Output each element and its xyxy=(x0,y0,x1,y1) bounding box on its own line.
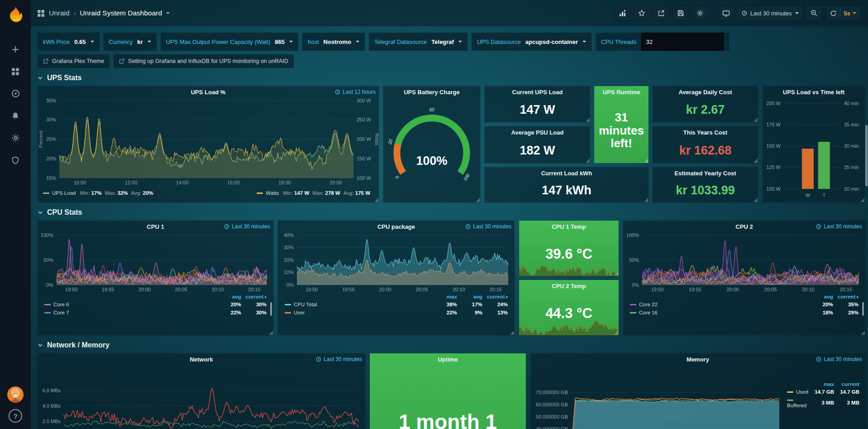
variable-currency[interactable]: Currencykr xyxy=(104,33,157,51)
panel-title[interactable]: Network xyxy=(190,356,213,363)
panel-title[interactable]: Uptime xyxy=(438,356,458,363)
legend-item[interactable]: WattsMin: 147 WMax: 278 WAvg: 175 W xyxy=(257,190,373,196)
network-chart: 6.0 MBs4.0 MBs2.0 MBs xyxy=(38,365,365,429)
panel-title[interactable]: Average PSU Load xyxy=(511,129,564,136)
breadcrumb-dashboard-title[interactable]: Unraid System Dashboard xyxy=(80,9,162,17)
legend-column-header[interactable]: current xyxy=(836,381,862,388)
variable-ups-datasource[interactable]: UPS Datasourceapcupsd-container xyxy=(472,33,591,51)
variable-value[interactable]: Nostromo xyxy=(324,39,351,45)
scrollbar-thumb[interactable] xyxy=(865,125,868,186)
legend-row[interactable]: CPU Total38%17%24% xyxy=(282,300,510,308)
panel-title[interactable]: CPU package xyxy=(377,223,415,230)
sidebar-item-server-admin[interactable] xyxy=(0,149,31,171)
panel-title[interactable]: CPU 1 Temp xyxy=(552,223,586,230)
variable-cpu-threads[interactable]: CPU Threads xyxy=(596,33,729,51)
legend-row[interactable]: Core 620%30% xyxy=(42,300,269,308)
star-icon xyxy=(638,10,645,17)
panel-title[interactable]: Current Load kWh xyxy=(541,170,592,177)
legend-column-header[interactable]: max xyxy=(434,293,459,300)
sidebar-item-alerting[interactable] xyxy=(0,105,31,127)
grafana-logo[interactable] xyxy=(5,5,26,25)
dashboard-link[interactable]: Grafana Plex Theme xyxy=(38,54,110,68)
legend-column-header[interactable]: avg xyxy=(218,293,243,300)
share-dashboard-button[interactable] xyxy=(653,6,670,21)
dashboard-settings-button[interactable] xyxy=(692,6,709,21)
network-memory-row: Network Last 30 minutes 6.0 MBs4.0 MBs2.… xyxy=(38,353,865,429)
panel-time-badge[interactable]: Last 30 minutes xyxy=(316,353,362,365)
panel-time-badge[interactable]: Last 30 minutes xyxy=(816,353,862,365)
dashboard-link[interactable]: Setting up Grafana and InfluxDB for UPS … xyxy=(114,54,294,68)
variable-value[interactable]: 0.65 xyxy=(74,39,86,45)
variable-host[interactable]: hostNostromo xyxy=(302,33,365,51)
panel-title[interactable]: This Years Cost xyxy=(683,129,727,136)
page-scrollbar[interactable] xyxy=(865,26,868,429)
panel-title[interactable]: CPU 1 xyxy=(147,223,164,230)
panel-title[interactable]: UPS Load vs Time left xyxy=(783,89,844,96)
time-range-picker[interactable]: Last 30 minutes xyxy=(737,6,803,21)
panel-title[interactable]: UPS Load % xyxy=(191,89,226,96)
sidebar-item-explore[interactable] xyxy=(0,82,31,105)
user-avatar[interactable] xyxy=(7,386,24,403)
breadcrumb-separator: › xyxy=(74,10,76,17)
panel-title[interactable]: UPS Battery Charge xyxy=(404,89,460,96)
legend-column-header[interactable]: max xyxy=(811,381,836,388)
panel-title[interactable]: Average Daily Cost xyxy=(678,89,732,96)
refresh-button-group[interactable]: 5s xyxy=(825,6,861,21)
svg-text:18:00: 18:00 xyxy=(278,180,291,185)
zoom-out-time-button[interactable] xyxy=(806,6,823,21)
stat-value: 147 kWh xyxy=(485,179,649,202)
refresh-interval[interactable]: 5s xyxy=(840,9,856,18)
legend-row[interactable]: Core 722%30% xyxy=(42,308,269,317)
cycle-view-mode-button[interactable] xyxy=(718,6,734,21)
panel-title[interactable]: UPS Runtime xyxy=(603,89,640,96)
legend-row[interactable]: Core 2220%35% xyxy=(628,300,861,308)
legend-column-header[interactable]: current▾ xyxy=(485,293,510,300)
panel-title[interactable]: Current UPS Load xyxy=(512,89,563,96)
panel-time-badge[interactable]: Last 12 hours xyxy=(335,86,376,98)
ups-load-legend[interactable]: UPS LoadMin: 17%Max: 32%Avg: 20%WattsMin… xyxy=(38,186,379,200)
legend-column-header[interactable]: current▾ xyxy=(835,293,861,300)
help-question-mark: ? xyxy=(13,412,17,420)
panel-title[interactable]: Estimated Yearly Cost xyxy=(674,170,736,177)
legend-column-header[interactable]: avg xyxy=(810,293,835,300)
sidebar-item-dashboards[interactable] xyxy=(0,60,31,82)
variable-text-input[interactable] xyxy=(641,33,724,51)
sidebar-item-create[interactable] xyxy=(0,38,31,60)
ups-stats-row: UPS Load % Last 12 hours 35%300 W30%250 … xyxy=(38,86,865,202)
panel-title[interactable]: CPU 2 Temp xyxy=(552,283,586,289)
section-header-cpu-stats[interactable]: CPU Stats xyxy=(38,202,865,221)
dashboard-title-caret-icon[interactable] xyxy=(166,12,170,14)
section-header-network-memory[interactable]: Network / Memory xyxy=(38,335,865,353)
section-header-ups-stats[interactable]: UPS Stats xyxy=(38,68,865,86)
panel-ups-load: UPS Load % Last 12 hours 35%300 W30%250 … xyxy=(38,86,379,202)
panel-title[interactable]: Memory xyxy=(687,356,709,363)
legend-column-header[interactable]: avg xyxy=(459,293,485,300)
save-dashboard-button[interactable] xyxy=(672,6,689,21)
legend-column-header[interactable]: current▾ xyxy=(243,293,269,300)
variable-value[interactable]: apcupsd-container xyxy=(525,39,578,45)
breadcrumb-org[interactable]: Unraid xyxy=(49,9,70,17)
legend-row[interactable]: Used14.7 GB14.7 GB xyxy=(785,388,862,396)
monitor-icon xyxy=(722,10,730,17)
panel-title[interactable]: CPU 2 xyxy=(735,223,753,230)
legend-scrollbar[interactable] xyxy=(270,302,272,316)
star-dashboard-button[interactable] xyxy=(634,6,650,21)
panel-time-badge[interactable]: Last 30 minutes xyxy=(224,221,270,232)
panel-time-badge[interactable]: Last 30 minutes xyxy=(816,221,862,232)
legend-item[interactable]: UPS LoadMin: 17%Max: 32%Avg: 20% xyxy=(43,190,157,196)
variable-telegraf-datasource[interactable]: Telegraf DatasourceTelegraf xyxy=(369,33,467,51)
variable-kwh-price[interactable]: kWh Price0.65 xyxy=(38,33,100,51)
variable-label: UPS Max Output Power Capacity (Watt) xyxy=(166,39,271,45)
variable-value[interactable]: 865 xyxy=(275,39,285,45)
panel-time-badge[interactable]: Last 30 minutes xyxy=(465,221,511,232)
legend-row[interactable]: Buffered3 MB3 MB xyxy=(785,396,862,410)
variable-value[interactable]: kr xyxy=(137,39,143,45)
variable-ups-max-output-power-capacity-watt-[interactable]: UPS Max Output Power Capacity (Watt)865 xyxy=(161,33,298,51)
sidebar-item-configuration[interactable] xyxy=(0,127,31,149)
add-panel-button[interactable] xyxy=(614,6,631,21)
legend-scrollbar[interactable] xyxy=(862,302,864,316)
legend-row[interactable]: User22%9%13% xyxy=(282,308,510,317)
legend-row[interactable]: Core 1618%29% xyxy=(628,308,861,317)
help-button[interactable]: ? xyxy=(9,409,22,423)
variable-value[interactable]: Telegraf xyxy=(431,39,454,45)
